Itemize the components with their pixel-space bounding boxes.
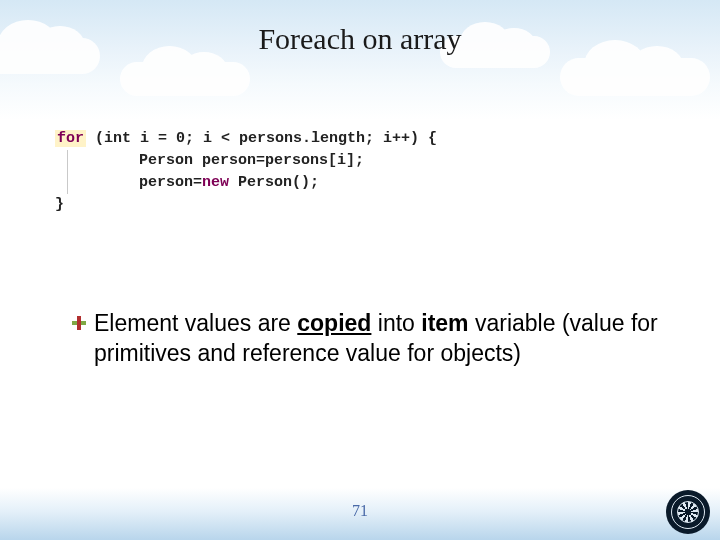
slide-title: Foreach on array: [0, 0, 720, 56]
bullet-text-copied: copied: [297, 310, 371, 336]
plus-bullet-icon: [72, 316, 86, 330]
code-line-1: (int i = 0; i < persons.length; i++) {: [86, 130, 437, 147]
bullet-text-item: item: [421, 310, 468, 336]
university-logo: [666, 490, 710, 534]
page-number: 71: [0, 502, 720, 520]
code-close-brace: }: [55, 194, 437, 216]
bullet-text: Element values are copied into item vari…: [94, 308, 664, 368]
bullet-text-mid: into: [371, 310, 421, 336]
code-line-2: Person person=persons[i];: [139, 150, 364, 172]
keyword-for: for: [55, 130, 86, 147]
cloud-decoration: [120, 62, 250, 96]
body-text-area: Element values are copied into item vari…: [72, 308, 664, 368]
code-snippet: for (int i = 0; i < persons.length; i++)…: [55, 128, 437, 216]
code-gutter-line: [67, 150, 81, 194]
cloud-decoration: [560, 58, 710, 96]
code-line-3b: Person();: [229, 174, 319, 191]
keyword-new: new: [202, 174, 229, 191]
bullet-text-pre: Element values are: [94, 310, 297, 336]
gear-icon: [677, 501, 699, 523]
code-line-3a: person=: [139, 174, 202, 191]
